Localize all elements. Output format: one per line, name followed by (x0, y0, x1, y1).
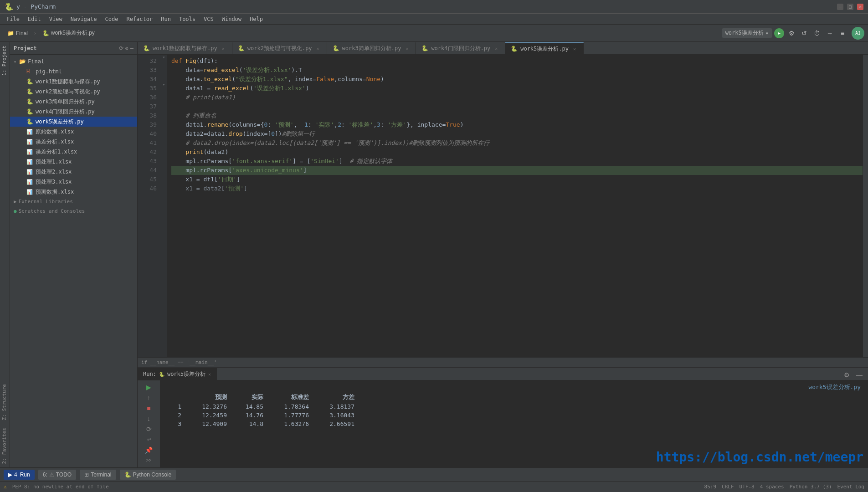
tab-close-work5[interactable]: ✕ (571, 46, 578, 52)
run-tab-close[interactable]: ✕ (208, 372, 211, 377)
tree-item-yuchuli3[interactable]: 📊 预处理3.xlsx (10, 177, 137, 187)
run-up-btn[interactable]: ↑ (144, 394, 154, 402)
close-button[interactable]: ✕ (857, 4, 863, 10)
breadcrumb-final[interactable]: 📁 Final (4, 27, 31, 40)
scratches-section[interactable]: ● Scratches and Consoles (10, 206, 137, 216)
run-header: work5误差分析.py (164, 382, 864, 392)
menu-edit[interactable]: Edit (24, 15, 45, 23)
code-content[interactable]: def Fig(df1): data=read_excel('误差分析.xlsx… (168, 55, 863, 357)
tab-work4[interactable]: 🐍 work4门限回归分析.py ✕ (416, 42, 505, 54)
cell-std-3: 1.63276 (272, 420, 309, 427)
tree-item-yuce[interactable]: 📊 预测数据.xlsx (10, 187, 137, 197)
run-play-btn[interactable]: ▶ (144, 383, 154, 392)
cell-actual-2: 14.76 (236, 412, 263, 419)
python-version[interactable]: Python 3.7 (3) (790, 484, 832, 490)
tab-work2[interactable]: 🐍 work2预处理与可视化.py ✕ (232, 42, 327, 54)
run-stop-btn[interactable]: ■ (144, 404, 154, 413)
menu-tools[interactable]: Tools (175, 15, 199, 23)
file-label: 误差分析1.xlsx (36, 148, 77, 156)
fold-arrow-35[interactable]: ▾ (160, 82, 167, 91)
reload-button[interactable]: ↺ (799, 28, 810, 39)
run-toolbar-btn[interactable]: ▶ 4 Run (4, 470, 35, 480)
side-label-structure[interactable]: Z: Structure (0, 380, 10, 424)
settings-icon[interactable]: ⚙ (125, 45, 128, 51)
side-label-project[interactable]: 1: Project (0, 42, 10, 79)
tab-work5[interactable]: 🐍 work5误差分析.py ✕ (505, 42, 584, 54)
tab-close-work1[interactable]: ✕ (220, 45, 226, 51)
tree-item-yuchuli1[interactable]: 📊 预处理1.xlsx (10, 157, 137, 167)
menu-button[interactable]: ≡ (837, 28, 848, 39)
breadcrumb-file[interactable]: 🐍 work5误差分析.py (39, 27, 98, 40)
tab-icon: 🐍 (511, 46, 518, 52)
todo-toolbar-btn[interactable]: 6: ⚠ TODO (38, 470, 76, 480)
cell-var-3: 2.66591 (318, 420, 354, 427)
menu-refactor[interactable]: Refactor (123, 15, 156, 23)
run-filter-btn[interactable]: ⇄ (144, 435, 154, 444)
menu-run[interactable]: Run (157, 15, 175, 23)
arrow-button[interactable]: → (824, 28, 835, 39)
minimize-button[interactable]: — (837, 4, 843, 10)
timer-button[interactable]: ⏱ (812, 28, 822, 39)
build-button[interactable]: ⚙ (786, 28, 797, 39)
menu-vcs[interactable]: VCS (200, 15, 217, 23)
menu-file[interactable]: File (3, 15, 23, 23)
tree-item-yuchuli2[interactable]: 📊 预处理2.xlsx (10, 167, 137, 177)
expand-icon[interactable]: — (130, 45, 134, 51)
menu-view[interactable]: View (46, 15, 66, 23)
status-left: ⚠ PEP 8: no newline at end of file (4, 484, 109, 490)
fold-arrow-32[interactable]: ▾ (160, 55, 167, 64)
external-libraries-section[interactable]: ▶ External Libraries (10, 197, 137, 206)
settings-btn[interactable]: ⚙ (842, 370, 852, 380)
tree-item-wucha[interactable]: 📊 误差分析.xlsx (10, 137, 137, 147)
tree-item-pig-html[interactable]: H pig.html (10, 67, 137, 77)
cursor-position[interactable]: 85:9 (704, 484, 717, 490)
run-tab[interactable]: Run: 🐍 work5误差分析 ✕ (138, 368, 217, 380)
table-row-1: 1 12.3276 14.85 1.78364 3.18137 (164, 402, 864, 411)
run-rerun-btn[interactable]: ⟳ (144, 425, 154, 434)
maximize-button[interactable]: □ (847, 4, 853, 10)
run-button[interactable]: ▶ (774, 28, 784, 38)
terminal-toolbar-btn[interactable]: ⊞ Terminal (80, 470, 116, 480)
code-line-38: # 列重命名 (171, 111, 863, 120)
line-ending[interactable]: CRLF (722, 484, 734, 490)
tree-item-work1[interactable]: 🐍 work1数据爬取与保存.py (10, 77, 137, 87)
bottom-tabs: Run: 🐍 work5误差分析 ✕ ⚙ — (138, 368, 868, 380)
event-log[interactable]: Event Log (837, 484, 864, 490)
todo-text: TODO (56, 472, 72, 478)
breadcrumb-separator: › (33, 30, 37, 36)
tab-work1[interactable]: 🐍 work1数据爬取与保存.py ✕ (138, 42, 232, 54)
tree-item-wucha1[interactable]: 📊 误差分析1.xlsx (10, 147, 137, 157)
run-down-btn[interactable]: ↓ (144, 415, 154, 423)
run-more-btn[interactable]: >> (144, 456, 154, 465)
col-header-std: 标准差 (272, 393, 309, 401)
menu-window[interactable]: Window (218, 15, 245, 23)
encoding[interactable]: UTF-8 (740, 484, 755, 490)
tree-item-yuanshi[interactable]: 📊 原始数据.xlsx (10, 127, 137, 137)
cell-idx-3: 3 (168, 420, 181, 427)
menu-code[interactable]: Code (102, 15, 122, 23)
tab-label: work3简单回归分析.py (342, 45, 401, 52)
sync-icon[interactable]: ⟳ (119, 45, 123, 51)
col-header-pred: 预测 (190, 393, 227, 401)
tab-close-work3[interactable]: ✕ (404, 45, 410, 51)
python-console-btn[interactable]: 🐍 Python Console (120, 470, 176, 480)
tree-root[interactable]: ▾ 📂 Final (10, 56, 137, 67)
tab-work3[interactable]: 🐍 work3简单回归分析.py ✕ (327, 42, 416, 54)
run-pin-btn[interactable]: 📌 (144, 446, 154, 454)
minimize-panel-btn[interactable]: — (854, 370, 864, 380)
tab-close-work2[interactable]: ✕ (315, 45, 321, 51)
tree-item-work3[interactable]: 🐍 work3简单回归分析.py (10, 97, 137, 107)
tree-item-work2[interactable]: 🐍 work2预处理与可视化.py (10, 87, 137, 97)
file-label: work3简单回归分析.py (36, 98, 95, 106)
side-label-favorites[interactable]: 2: Favorites (0, 424, 10, 467)
side-labels: 1: Project Z: Structure 2: Favorites (0, 42, 10, 467)
indent[interactable]: 4 spaces (760, 484, 784, 490)
vertical-scrollbar[interactable] (863, 55, 868, 357)
menu-navigate[interactable]: Navigate (67, 15, 101, 23)
tab-close-work4[interactable]: ✕ (493, 45, 499, 51)
tab-icon: 🐍 (333, 45, 339, 51)
tree-item-work5[interactable]: 🐍 work5误差分析.py (10, 117, 137, 127)
file-label: 预处理1.xlsx (36, 158, 72, 166)
menu-help[interactable]: Help (246, 15, 267, 23)
tree-item-work4[interactable]: 🐍 work4门限回归分析.py (10, 107, 137, 117)
